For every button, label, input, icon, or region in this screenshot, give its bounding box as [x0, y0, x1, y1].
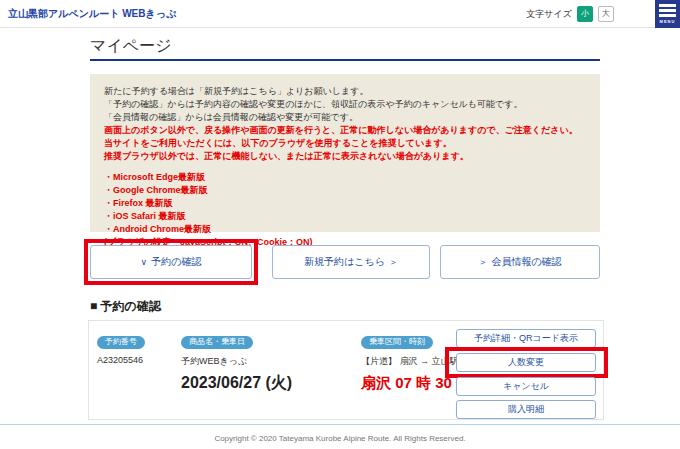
- menu-button[interactable]: MENU: [655, 0, 680, 28]
- product-name: 予約WEBきっぷ: [181, 355, 292, 368]
- route-value: 【片道】 扇沢 → 立山駅: [361, 355, 471, 368]
- new-reservation-button[interactable]: 新規予約はこちら ＞: [272, 245, 430, 279]
- member-info-button[interactable]: ＞ 会員情報の確認: [440, 245, 600, 279]
- chevron-down-icon: ∨: [141, 257, 148, 267]
- route-badge: 乗車区間・時刻: [361, 336, 433, 349]
- header: 立山黒部アルペンルート WEBきっぷ 文字サイズ 小 大 MENU: [0, 0, 680, 28]
- reservation-number-badge: 予約番号: [97, 336, 145, 349]
- warning-line: 推奨ブラウザ以外では、正常に機能しない、または正常に表示されない場合があります。: [104, 150, 586, 163]
- browser-item: ・iOS Safari 最新版: [104, 210, 586, 223]
- copyright-text: Copyright © 2020 Tateyama Kurobe Alpine …: [0, 434, 680, 443]
- section-title: ■ 予約の確認: [90, 298, 161, 315]
- change-people-button[interactable]: 人数変更: [456, 353, 596, 372]
- site-logo-link[interactable]: 立山黒部アルペンルート WEBきっぷ: [8, 7, 176, 21]
- footer: Copyright © 2020 Tateyama Kurobe Alpine …: [0, 424, 680, 449]
- member-info-label: 会員情報の確認: [491, 255, 561, 269]
- route-column: 乗車区間・時刻 【片道】 扇沢 → 立山駅 扇沢 07 時 30 分: [361, 330, 471, 393]
- browser-item: ・Google Chrome最新版: [104, 184, 586, 197]
- reservation-check-button[interactable]: ∨ 予約の確認: [90, 245, 252, 279]
- font-size-small-button[interactable]: 小: [577, 6, 593, 22]
- section-marker-icon: ■: [90, 299, 97, 313]
- notice-line: 新たに予約する場合は「新規予約はこちら」よりお願いします。: [104, 85, 586, 98]
- product-column: 商品名・乗車日 予約WEBきっぷ 2023/06/27 (火): [181, 330, 292, 394]
- detail-qr-button[interactable]: 予約詳細・QRコード表示: [456, 329, 596, 348]
- section-title-label: 予約の確認: [101, 299, 161, 313]
- reservation-check-label: 予約の確認: [151, 255, 201, 269]
- warning-line: 画面上のボタン以外で、戻る操作や画面の更新を行うと、正常に動作しない場合がありま…: [104, 124, 586, 137]
- notice-line: 「予約の確認」からは予約内容の確認や変更のほかに、領収証の表示や予約のキャンセル…: [104, 98, 586, 111]
- notice-line: 「会員情報の確認」からは会員情報の確認や変更が可能です。: [104, 111, 586, 124]
- menu-label: MENU: [660, 19, 676, 24]
- product-badge: 商品名・乗車日: [181, 336, 253, 349]
- browser-item: ・Android Chrome最新版: [104, 223, 586, 236]
- reservation-number-value: A23205546: [97, 355, 145, 365]
- new-reservation-label: 新規予約はこちら: [304, 255, 385, 269]
- page-title: マイページ: [90, 36, 172, 57]
- browser-item: ・Microsoft Edge最新版: [104, 171, 586, 184]
- font-size-controls: 文字サイズ 小 大: [526, 6, 614, 22]
- chevron-right-icon: ＞: [389, 256, 398, 269]
- browser-list: ・Microsoft Edge最新版 ・Google Chrome最新版 ・Fi…: [104, 171, 586, 249]
- font-size-large-button[interactable]: 大: [598, 6, 614, 22]
- boarding-date: 2023/06/27 (火): [181, 373, 292, 394]
- browser-item: ・Firefox 最新版: [104, 197, 586, 210]
- departure-time: 扇沢 07 時 30 分: [361, 374, 471, 393]
- hamburger-icon: [659, 4, 676, 17]
- reservation-card: 予約番号 A23205546 商品名・乗車日 予約WEBきっぷ 2023/06/…: [88, 320, 604, 420]
- reservation-number-column: 予約番号 A23205546: [97, 330, 145, 365]
- warning-line: 当サイトをご利用いただくには、以下のブラウザを使用することを推奨しています。: [104, 137, 586, 150]
- title-underline: [90, 59, 600, 61]
- cancel-button[interactable]: キャンセル: [456, 377, 596, 396]
- chevron-right-icon: ＞: [478, 256, 487, 269]
- purchase-detail-button[interactable]: 購入明細: [456, 400, 596, 419]
- font-size-label: 文字サイズ: [526, 8, 572, 21]
- notice-box: 新たに予約する場合は「新規予約はこちら」よりお願いします。 「予約の確認」からは…: [90, 74, 600, 232]
